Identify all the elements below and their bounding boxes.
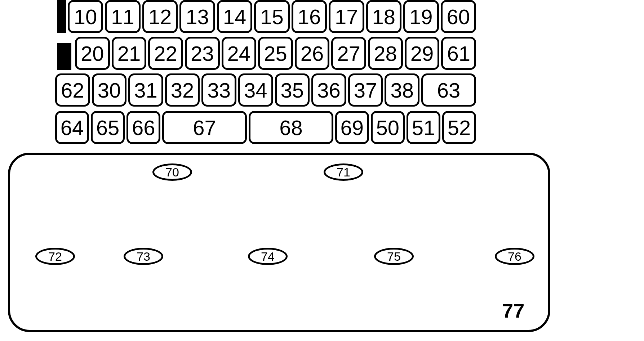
key-68[interactable]: 68 <box>249 111 333 144</box>
key-64[interactable]: 64 <box>55 111 89 144</box>
key-label: 11 <box>111 5 134 29</box>
key-label: 34 <box>244 78 267 102</box>
oval-71[interactable]: 71 <box>324 163 363 181</box>
key-label: 36 <box>317 78 341 102</box>
key-37[interactable]: 37 <box>348 73 383 107</box>
key-label: 52 <box>448 116 471 140</box>
black-block-row1 <box>57 0 66 33</box>
key-label: 21 <box>117 41 141 66</box>
key-label: 16 <box>298 5 321 29</box>
oval-70[interactable]: 70 <box>152 163 192 181</box>
key-30[interactable]: 30 <box>92 73 127 107</box>
key-label: 63 <box>437 78 461 102</box>
key-label: 22 <box>154 41 177 66</box>
key-label: 38 <box>390 78 414 102</box>
key-label: 19 <box>409 5 433 29</box>
key-label: 32 <box>171 78 194 102</box>
oval-label: 71 <box>337 165 350 179</box>
key-50[interactable]: 50 <box>371 111 405 144</box>
key-66[interactable]: 66 <box>126 111 160 144</box>
key-12[interactable]: 12 <box>142 0 178 33</box>
key-16[interactable]: 16 <box>292 0 327 33</box>
key-label: 30 <box>98 78 121 102</box>
panel-label-77: 77 <box>502 299 524 322</box>
oval-label: 70 <box>165 165 179 179</box>
key-label: 51 <box>412 116 435 140</box>
key-label: 50 <box>376 116 400 140</box>
key-label: 60 <box>447 5 470 29</box>
oval-75[interactable]: 75 <box>374 248 414 265</box>
key-label: 15 <box>260 5 284 29</box>
key-label: 29 <box>410 41 434 66</box>
oval-74[interactable]: 74 <box>248 248 288 265</box>
key-label: 23 <box>191 41 214 66</box>
key-28[interactable]: 28 <box>368 37 403 70</box>
key-69[interactable]: 69 <box>335 111 369 144</box>
key-22[interactable]: 22 <box>148 37 183 70</box>
key-10[interactable]: 10 <box>68 0 103 33</box>
key-label: 69 <box>341 116 364 140</box>
key-14[interactable]: 14 <box>217 0 252 33</box>
key-52[interactable]: 52 <box>442 111 476 144</box>
key-32[interactable]: 32 <box>165 73 200 107</box>
oval-label: 75 <box>387 250 401 264</box>
key-51[interactable]: 51 <box>407 111 440 144</box>
key-label: 27 <box>337 41 360 66</box>
oval-76[interactable]: 76 <box>495 248 534 265</box>
key-label: 10 <box>74 5 97 29</box>
key-label: 68 <box>279 116 303 140</box>
key-38[interactable]: 38 <box>385 73 419 107</box>
key-15[interactable]: 15 <box>254 0 289 33</box>
key-label: 66 <box>132 116 155 140</box>
key-label: 62 <box>61 78 84 102</box>
key-60[interactable]: 60 <box>441 0 476 33</box>
key-label: 13 <box>186 5 209 29</box>
key-21[interactable]: 21 <box>112 37 147 70</box>
oval-73[interactable]: 73 <box>124 248 163 265</box>
key-label: 64 <box>61 116 84 140</box>
key-29[interactable]: 29 <box>405 37 440 70</box>
key-label: 20 <box>81 41 104 66</box>
key-35[interactable]: 35 <box>275 73 310 107</box>
key-label: 25 <box>264 41 287 66</box>
key-17[interactable]: 17 <box>329 0 364 33</box>
key-label: 35 <box>281 78 304 102</box>
key-row-3: 62 30 31 32 33 34 35 36 37 38 63 <box>55 73 476 107</box>
key-34[interactable]: 34 <box>238 73 273 107</box>
key-36[interactable]: 36 <box>311 73 346 107</box>
key-31[interactable]: 31 <box>128 73 163 107</box>
key-67[interactable]: 67 <box>162 111 247 144</box>
key-63[interactable]: 63 <box>421 73 476 107</box>
key-label: 26 <box>301 41 324 66</box>
key-11[interactable]: 11 <box>105 0 140 33</box>
key-27[interactable]: 27 <box>331 37 366 70</box>
key-label: 67 <box>193 116 216 140</box>
key-19[interactable]: 19 <box>403 0 439 33</box>
key-label: 33 <box>207 78 231 102</box>
key-label: 61 <box>447 41 470 66</box>
key-61[interactable]: 61 <box>441 37 476 70</box>
key-24[interactable]: 24 <box>222 37 257 70</box>
key-25[interactable]: 25 <box>258 37 293 70</box>
key-label: 14 <box>223 5 247 29</box>
touchpad-panel[interactable]: 70 71 72 73 74 75 76 77 <box>8 153 550 332</box>
key-26[interactable]: 26 <box>295 37 330 70</box>
key-label: 37 <box>354 78 377 102</box>
oval-label: 72 <box>48 250 62 264</box>
oval-72[interactable]: 72 <box>35 248 75 265</box>
key-18[interactable]: 18 <box>366 0 401 33</box>
key-row-4: 64 65 66 67 68 69 50 51 52 <box>55 111 476 144</box>
key-23[interactable]: 23 <box>185 37 220 70</box>
key-33[interactable]: 33 <box>201 73 236 107</box>
key-label: 24 <box>227 41 251 66</box>
key-62[interactable]: 62 <box>55 73 90 107</box>
key-20[interactable]: 20 <box>75 37 110 70</box>
black-block-row2 <box>57 43 71 70</box>
oval-label: 73 <box>137 250 150 264</box>
key-label: 28 <box>374 41 397 66</box>
key-65[interactable]: 65 <box>91 111 125 144</box>
key-row-1: 10 11 12 13 14 15 16 17 18 19 60 <box>57 0 476 33</box>
key-row-2: 20 21 22 23 24 25 26 27 28 29 61 <box>57 37 476 70</box>
key-label: 31 <box>134 78 157 102</box>
key-13[interactable]: 13 <box>179 0 215 33</box>
